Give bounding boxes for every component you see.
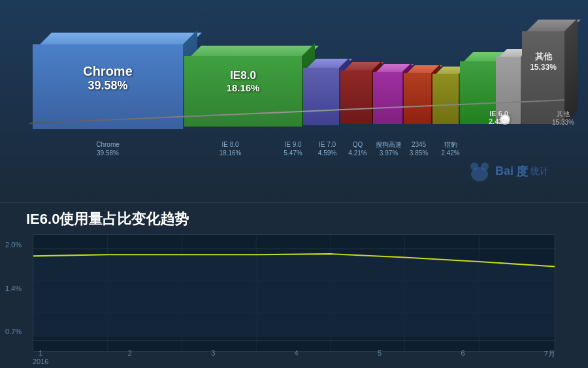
baidu-text: Bai	[495, 164, 514, 178]
ie8-bar-value: 18.16%	[184, 82, 302, 93]
bottom-label-chrome: Chrome 39.58%	[29, 140, 186, 157]
bottom-label-sogou: 搜狗高速 3.97%	[372, 140, 405, 157]
bar-sogou	[404, 65, 431, 124]
x-label-5: 5	[378, 349, 382, 366]
ie6-label-name: IE 6.0	[489, 110, 509, 117]
y-label-1: 1.4%	[5, 284, 22, 292]
other-label-name: 其他	[552, 110, 574, 119]
baidu-watermark: Bai 度 统计	[466, 160, 549, 183]
x-label-2: 2	[128, 349, 132, 366]
line-chart-svg	[33, 235, 555, 351]
x-label-1: 1 2016	[33, 349, 48, 366]
chrome-bar-name: Chrome	[33, 64, 183, 79]
y-axis: 2.0% 1.4% 0.7%	[5, 234, 22, 342]
other-label-value: 15.33%	[552, 119, 574, 126]
bar-chart-3d-container: Chrome 39.58% IE8.0 18.16%	[20, 13, 562, 144]
x-label-7: 7月	[544, 349, 555, 366]
bar-ie7	[340, 62, 372, 124]
bar-2345	[433, 67, 459, 124]
baidu-bear-icon	[466, 160, 493, 183]
other-bar-value: 15.33%	[522, 63, 564, 72]
x-axis: 1 2016 2 3 4 5 6 7月	[33, 349, 555, 366]
baidu-du: 度	[516, 164, 528, 179]
bottom-label-ie7: IE 7.0 4.59%	[312, 140, 343, 157]
x-label-3: 3	[211, 349, 215, 366]
bottom-label-liebao: 猎豹 2.42%	[433, 140, 468, 157]
bottom-label-qq: QQ 4.21%	[343, 140, 372, 157]
line-chart-title: IE6.0使用量占比变化趋势	[26, 209, 555, 229]
bar-qq-front	[373, 72, 402, 124]
bottom-label-ie8: IE 8.0 18.16%	[186, 140, 274, 157]
ie8-bar-name: IE8.0	[184, 69, 302, 82]
svg-point-5	[474, 168, 485, 177]
line-chart-wrapper: 2.0% 1.4% 0.7%	[33, 234, 555, 352]
x-label-4: 4	[295, 349, 299, 366]
bottom-axis-labels: Chrome 39.58% IE 8.0 18.16% IE 9.0 5.47%…	[29, 140, 565, 157]
y-label-0: 0.7%	[5, 328, 22, 335]
bar-other-side	[564, 18, 578, 124]
ie6-label-value: 2.42%	[489, 117, 509, 125]
bar-ie9	[303, 59, 339, 124]
line-chart-area	[33, 254, 555, 337]
bar-ie9-front	[303, 68, 339, 125]
bottom-line-chart: IE6.0使用量占比变化趋势 2.0% 1.4% 0.7%	[0, 202, 588, 368]
chrome-bar-value: 39.58%	[33, 79, 183, 93]
other-bar-name: 其他	[522, 51, 564, 63]
baidu-stat: 统计	[531, 166, 549, 177]
bar-other: 其他 15.33%	[522, 20, 564, 124]
bar-2345-front	[433, 74, 459, 124]
bar-sogou-front	[404, 73, 431, 124]
ie6-floating-label: IE 6.0 2.42%	[489, 110, 509, 125]
bottom-label-ie9: IE 9.0 5.47%	[274, 140, 312, 157]
bar-ie7-front	[340, 70, 372, 124]
y-label-2: 2.0%	[5, 241, 22, 249]
svg-point-3	[472, 164, 476, 168]
bar-qq	[373, 64, 402, 124]
svg-point-4	[483, 164, 487, 168]
bar-chrome: Chrome 39.58%	[33, 33, 183, 127]
top-bar-chart: Chrome 39.58% IE8.0 18.16%	[0, 0, 588, 202]
other-floating-label: 其他 15.33%	[552, 110, 574, 126]
x-label-6: 6	[461, 349, 465, 366]
line-chart-svg-container	[33, 234, 555, 352]
bottom-label-2345: 2345 3.85%	[405, 140, 433, 157]
